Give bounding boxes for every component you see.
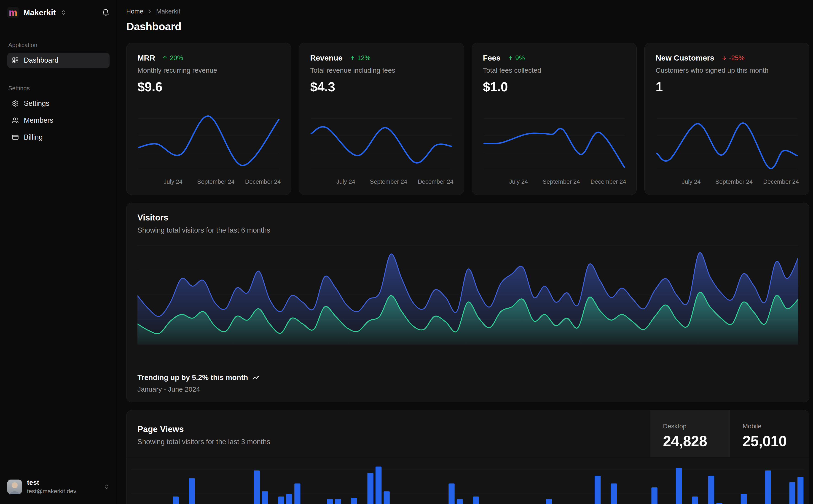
- page-title: Dashboard: [126, 20, 809, 33]
- visitors-period: January - June 2024: [137, 385, 798, 393]
- sidebar-section-application: Application Dashboard: [7, 20, 109, 70]
- sidebar-item-billing[interactable]: Billing: [7, 130, 109, 145]
- page-views-card: Page Views Showing total visitors for th…: [126, 410, 809, 504]
- x-tick-label: December 24: [590, 178, 626, 185]
- section-label: Application: [8, 42, 109, 49]
- x-tick-label: September 24: [197, 178, 235, 185]
- x-tick-label: December 24: [418, 178, 453, 185]
- stat-title: MRR: [137, 53, 155, 62]
- chevrons-up-down-icon: [60, 10, 66, 16]
- x-tick-label: December 24: [245, 178, 281, 185]
- toggle-value: 25,010: [743, 433, 809, 450]
- settings-gear-icon: [12, 100, 19, 107]
- trend-badge: 20%: [162, 54, 183, 62]
- stat-subtitle: Monthly recurring revenue: [137, 66, 280, 74]
- sidebar-item-dashboard[interactable]: Dashboard: [7, 53, 109, 68]
- main-content: Home Makerkit Dashboard MRR 20% Monthly …: [117, 0, 813, 504]
- page-views-bar-chart: [131, 463, 805, 504]
- trend-badge: 9%: [507, 54, 525, 62]
- credit-card-icon: [12, 134, 19, 141]
- logo-letter: m: [9, 8, 17, 17]
- stat-value: $1.0: [483, 79, 626, 94]
- visitors-title: Visitors: [137, 213, 798, 223]
- sparkline-chart: July 24September 24December 24: [137, 105, 280, 186]
- toggle-label: Mobile: [743, 423, 809, 430]
- user-meta: test test@makerkit.dev: [27, 479, 76, 495]
- stat-title: Revenue: [310, 53, 343, 62]
- x-tick-label: September 24: [715, 178, 753, 185]
- stat-value: 1: [656, 79, 798, 94]
- stat-title: New Customers: [656, 53, 715, 62]
- stats-grid: MRR 20% Monthly recurring revenue $9.6 J…: [126, 43, 809, 195]
- visitors-trend-text: Trending up by 5.2% this month: [137, 373, 248, 382]
- stat-value: $9.6: [137, 79, 280, 94]
- user-menu[interactable]: test test@makerkit.dev: [7, 479, 109, 495]
- stat-title: Fees: [483, 53, 501, 62]
- user-email: test@makerkit.dev: [27, 488, 76, 495]
- x-tick-label: September 24: [543, 178, 580, 185]
- page-views-title: Page Views: [137, 424, 639, 434]
- user-name: test: [27, 479, 76, 486]
- toggle-mobile[interactable]: Mobile 25,010: [730, 410, 809, 457]
- x-axis-labels: July 24September 24December 24: [310, 176, 453, 186]
- sidebar-section-settings: Settings Settings Members Billing: [7, 70, 109, 147]
- avatar: [7, 480, 22, 494]
- app-root: m Makerkit Application Dashboard Settin: [0, 0, 813, 504]
- sidebar-item-label: Dashboard: [24, 56, 58, 64]
- stat-subtitle: Total revenue including fees: [310, 66, 453, 74]
- sparkline-chart: July 24September 24December 24: [656, 105, 798, 186]
- toggle-value: 24,828: [663, 433, 730, 450]
- toggle-label: Desktop: [663, 423, 730, 430]
- sidebar-header: m Makerkit: [7, 5, 109, 20]
- trend-badge: -25%: [721, 54, 745, 62]
- x-axis-labels: July 24September 24December 24: [656, 176, 798, 186]
- breadcrumb-home-link[interactable]: Home: [126, 8, 143, 15]
- stat-value: $4.3: [310, 79, 453, 94]
- workspace-selector[interactable]: m Makerkit: [7, 7, 66, 18]
- stat-card-fees: Fees 9% Total fees collected $1.0 July 2…: [472, 43, 637, 195]
- toggle-desktop[interactable]: Desktop 24,828: [650, 410, 730, 457]
- sidebar-item-label: Billing: [24, 133, 43, 141]
- sidebar: m Makerkit Application Dashboard Settin: [0, 0, 117, 504]
- visitors-card: Visitors Showing total visitors for the …: [126, 203, 809, 402]
- x-axis-labels: July 24September 24December 24: [137, 176, 280, 186]
- sidebar-item-settings[interactable]: Settings: [7, 96, 109, 111]
- x-tick-label: December 24: [763, 178, 799, 185]
- sidebar-item-members[interactable]: Members: [7, 113, 109, 128]
- x-axis-labels: July 24September 24December 24: [483, 176, 626, 186]
- breadcrumb-current: Makerkit: [156, 8, 180, 15]
- section-label: Settings: [8, 85, 109, 92]
- sparkline-chart: July 24September 24December 24: [483, 105, 626, 186]
- x-tick-label: July 24: [164, 178, 182, 185]
- x-tick-label: July 24: [509, 178, 528, 185]
- chevron-right-icon: [147, 9, 152, 14]
- x-tick-label: September 24: [370, 178, 407, 185]
- x-tick-label: July 24: [682, 178, 701, 185]
- visitors-subtitle: Showing total visitors for the last 6 mo…: [137, 226, 798, 234]
- page-views-chart-wrap: [126, 457, 809, 504]
- stat-subtitle: Customers who signed up this month: [656, 66, 798, 74]
- trend-badge: 12%: [349, 54, 371, 62]
- stat-card-new-customers: New Customers -25% Customers who signed …: [645, 43, 809, 195]
- stat-card-revenue: Revenue 12% Total revenue including fees…: [299, 43, 464, 195]
- page-views-toggles: Desktop 24,828 Mobile 25,010: [650, 410, 809, 457]
- trending-up-icon: [252, 374, 260, 381]
- page-views-subtitle: Showing total visitors for the last 3 mo…: [137, 438, 639, 446]
- stat-card-mrr: MRR 20% Monthly recurring revenue $9.6 J…: [126, 43, 291, 195]
- page-views-header: Page Views Showing total visitors for th…: [126, 410, 809, 457]
- x-tick-label: July 24: [336, 178, 355, 185]
- sparkline-chart: July 24September 24December 24: [310, 105, 453, 186]
- notifications-bell-icon[interactable]: [102, 9, 109, 16]
- stat-subtitle: Total fees collected: [483, 66, 626, 74]
- users-icon: [12, 117, 19, 124]
- workspace-name: Makerkit: [23, 8, 56, 17]
- makerkit-logo: m: [7, 7, 19, 18]
- layout-dashboard-icon: [12, 57, 19, 64]
- visitors-footer: Trending up by 5.2% this month January -…: [137, 373, 798, 393]
- chevrons-up-down-icon: [104, 484, 109, 490]
- visitors-area-chart: [137, 244, 798, 346]
- sidebar-item-label: Settings: [24, 99, 49, 108]
- sidebar-item-label: Members: [24, 116, 53, 125]
- breadcrumb: Home Makerkit: [126, 8, 809, 15]
